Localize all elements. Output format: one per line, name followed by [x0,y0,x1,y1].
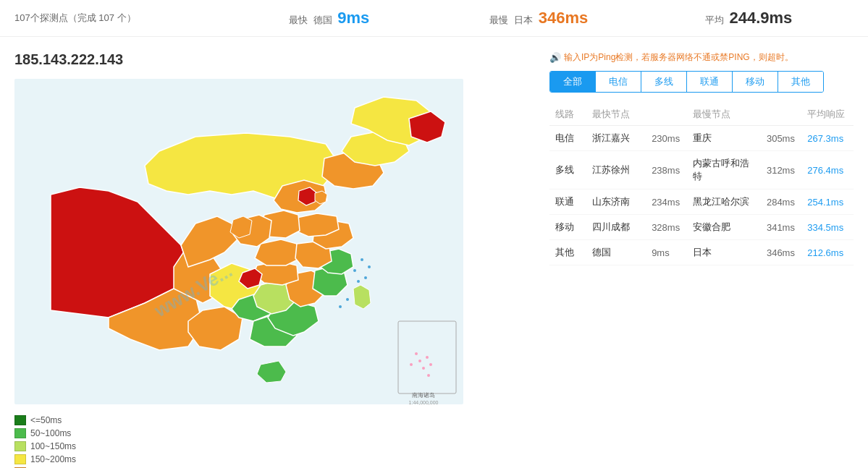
svg-point-44 [361,258,363,261]
avg-stat: 平均 244.9ms [644,9,854,27]
col-header-fast-node: 最快节点 [586,103,646,126]
svg-point-38 [426,356,429,359]
main-content: 185.143.222.143 [0,37,868,468]
cell-slow-node: 安徽合肥 [687,215,761,240]
ip-address: 185.143.222.143 [14,51,521,68]
legend-item: 50~100ms [14,428,521,438]
svg-point-41 [410,363,413,366]
legend-item: 150~200ms [14,454,521,464]
cell-fast-node: 山东济南 [586,190,646,215]
svg-point-39 [422,367,425,370]
cell-avg: 334.5ms [801,215,854,240]
svg-point-49 [346,298,349,301]
svg-point-45 [368,265,371,268]
latency-table: 线路 最快节点 最慢节点 平均响应 电信 浙江嘉兴 230ms 重庆 305ms… [549,103,854,265]
probe-count: 107个探测点（完成 107 个） [14,12,224,25]
cell-avg: 267.3ms [801,126,854,151]
cell-avg: 212.6ms [801,240,854,265]
map-panel: 185.143.222.143 [0,44,535,468]
col-header-slow-ms [761,103,801,126]
legend-color-50 [14,415,26,425]
legend-item: 100~150ms [14,441,521,451]
tab-multiline[interactable]: 多线 [641,72,687,92]
cell-fast-ms: 230ms [646,126,686,151]
svg-point-42 [427,374,430,377]
table-row: 联通 山东济南 234ms 黑龙江哈尔滨 284ms 254.1ms [549,190,854,215]
cell-line: 移动 [549,215,586,240]
cell-fast-node: 浙江嘉兴 [586,126,646,151]
cell-line: 联通 [549,190,586,215]
cell-line: 电信 [549,126,586,151]
cell-fast-ms: 328ms [646,215,686,240]
legend-color-200 [14,454,26,464]
cell-slow-ms: 312ms [761,151,801,190]
cell-slow-ms: 305ms [761,126,801,151]
cell-avg: 254.1ms [801,190,854,215]
col-header-slow-node: 最慢节点 [687,103,761,126]
cell-line: 其他 [549,240,586,265]
china-map: 南海诸岛 1:44,000,000 www.Ve... [14,75,463,408]
tab-telecom[interactable]: 电信 [596,72,641,92]
cell-slow-ms: 346ms [761,240,801,265]
cell-slow-node: 内蒙古呼和浩特 [687,151,761,190]
cell-fast-node: 四川成都 [586,215,646,240]
cell-fast-ms: 238ms [646,151,686,190]
tab-all[interactable]: 全部 [550,72,596,92]
slowest-stat: 最慢 日本 346ms [434,9,644,27]
cell-fast-node: 德国 [586,240,646,265]
cell-line: 多线 [549,151,586,190]
col-header-avg: 平均响应 [801,103,854,126]
svg-point-48 [357,280,360,283]
cell-slow-ms: 284ms [761,190,801,215]
fastest-stat: 最快 德国 9ms [224,9,434,27]
cell-fast-ms: 234ms [646,190,686,215]
cell-slow-ms: 341ms [761,215,801,240]
svg-point-46 [353,269,356,272]
tab-group[interactable]: 全部 电信 多线 联通 移动 其他 [549,71,824,93]
cell-slow-node: 日本 [687,240,761,265]
svg-point-37 [418,359,421,362]
svg-marker-25 [315,191,327,204]
svg-marker-30 [230,216,252,238]
svg-point-47 [364,276,367,279]
right-panel: 输入IP为Ping检测，若服务器网络不通或禁PING，则超时。 全部 电信 多线… [535,44,868,468]
table-row: 移动 四川成都 328ms 安徽合肥 341ms 334.5ms [549,215,854,240]
legend-color-150 [14,441,26,451]
svg-text:南海诸岛: 南海诸岛 [412,392,435,399]
tab-other[interactable]: 其他 [778,72,823,92]
col-header-line: 线路 [549,103,586,126]
svg-point-50 [339,305,342,308]
table-row: 电信 浙江嘉兴 230ms 重庆 305ms 267.3ms [549,126,854,151]
cell-fast-node: 江苏徐州 [586,151,646,190]
stats-bar: 107个探测点（完成 107 个） 最快 德国 9ms 最慢 日本 346ms … [0,0,868,37]
ping-notice: 输入IP为Ping检测，若服务器网络不通或禁PING，则超时。 [549,51,854,64]
svg-point-40 [429,363,432,366]
cell-slow-node: 重庆 [687,126,761,151]
svg-point-36 [415,352,418,355]
col-header-fast-ms [646,103,686,126]
map-legend: <=50ms 50~100ms 100~150ms 150~200ms >200… [14,415,521,468]
cell-fast-ms: 9ms [646,240,686,265]
legend-color-100 [14,428,26,438]
legend-item: <=50ms [14,415,521,425]
tab-mobile[interactable]: 移动 [733,72,778,92]
cell-avg: 276.4ms [801,151,854,190]
svg-text:1:44,000,000: 1:44,000,000 [409,400,439,405]
tab-unicom[interactable]: 联通 [687,72,733,92]
table-row: 多线 江苏徐州 238ms 内蒙古呼和浩特 312ms 276.4ms [549,151,854,190]
cell-slow-node: 黑龙江哈尔滨 [687,190,761,215]
table-row: 其他 德国 9ms 日本 346ms 212.6ms [549,240,854,265]
